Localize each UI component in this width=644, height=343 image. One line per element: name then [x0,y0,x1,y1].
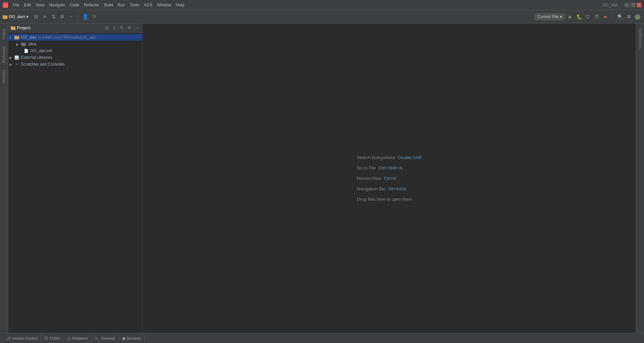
stop-button[interactable]: ■ [601,13,609,21]
hint-drop-label: Drop files here to open them [357,197,412,202]
tree-arrow-idea: ▶ [16,42,21,46]
window-title: OO_dart [602,3,618,7]
folder-icon [3,15,7,19]
show-modules-button[interactable]: ⇅ [50,13,57,21]
run-config-arrow: ▾ [560,14,562,19]
maximize-button[interactable]: ❐ [631,3,635,7]
left-strip: Project Bookmarks Structure [0,24,8,333]
tree-item-scratches[interactable]: ▶ ✏ Scratches and Consoles [8,61,142,68]
run-actions: ▶ 🐛 🛡 ⏱ ■ [566,13,609,21]
menu-code[interactable]: Code [68,2,81,8]
services-icon: ◉ [122,336,125,341]
hint-search-shortcut: Double Shift [398,155,422,160]
hint-goto-file: Go to File Ctrl+Shift+N [357,165,402,170]
panel-hide[interactable]: − [134,25,140,31]
menu-build[interactable]: Build [102,2,115,8]
debug-button[interactable]: 🐛 [575,13,583,21]
menu-window[interactable]: Window [155,2,174,8]
panel-show-members[interactable]: ≡ [111,25,117,31]
run-config-selector[interactable]: Current File ▾ [534,13,565,20]
folder-icon-idea [21,41,26,47]
toolbar-right-icons: 🔍 ⚙ ⬤ [616,13,641,21]
editor-area: Search Everywhere Double Shift Go to Fil… [143,24,636,333]
window-controls: — ❐ ✕ [624,3,641,7]
project-label-text: OO_dart [9,14,25,19]
bottom-tab-terminal[interactable]: >_ Terminal [91,335,118,342]
bottom-tab-todo[interactable]: ☑ TODO [41,335,64,342]
version-control-icon: ⎇ [6,336,11,341]
todo-icon: ☑ [44,336,48,341]
panel-sort[interactable]: ⇅ [119,25,125,31]
folder-icon-oo-dart [14,35,20,40]
hint-recent-shortcut: Ctrl+E [384,176,396,181]
close-button[interactable]: ✕ [637,3,641,7]
bottom-tab-problems[interactable]: ⚠ Problems [64,335,91,342]
user-profile-button[interactable]: 👤 [82,13,89,21]
panel-settings[interactable]: ⚙ [126,25,132,31]
menu-run[interactable]: Run [116,2,127,8]
tree-item-iml[interactable]: 📄 OO_dart.iml [8,47,142,54]
menu-help[interactable]: Help [174,2,186,8]
sidebar-item-notifications[interactable]: Notifications [638,26,643,51]
panel-title: Project [17,26,103,30]
version-control-label: Version Control [12,336,37,340]
profile-button[interactable]: ⏱ [593,13,601,21]
hint-nav-bar: Navigation Bar Alt+Início [357,186,406,191]
bottom-tab-version-control[interactable]: ⎇ Version Control [3,335,41,342]
menu-view[interactable]: View [34,2,46,8]
project-dropdown-arrow: ▾ [26,14,28,19]
project-dropdown[interactable]: OO_dart ▾ [3,14,28,19]
tree-item-external-libs[interactable]: ▶ 📊 External Libraries [8,54,142,61]
menu-refactor[interactable]: Refactor [82,2,101,8]
settings-button[interactable]: ⚙ [59,13,66,21]
sidebar-item-structure[interactable]: Structure [1,67,6,86]
menu-bar: File Edit View Navigate Code Refactor Bu… [11,2,596,8]
menu-navigate[interactable]: Navigate [47,2,67,8]
status-indicator[interactable]: ⬤ [634,13,641,21]
hint-drop-files: Drop files here to open them [357,197,412,202]
sidebar-item-project[interactable]: Project [1,26,6,42]
hint-recent-label: Recent Files [357,176,381,181]
menu-tools[interactable]: Tools [128,2,141,8]
run-config-label: Current File [537,14,559,19]
menu-vcs[interactable]: VCS [142,2,154,8]
hint-goto-shortcut: Ctrl+Shift+N [379,165,403,170]
hint-search-label: Search Everywhere [357,155,395,160]
search-everywhere-button[interactable]: 🔍 [616,13,624,21]
tree-item-idea[interactable]: ▶ .idea [8,41,142,47]
hint-recent-files: Recent Files Ctrl+E [357,176,396,181]
tree-arrow-oo-dart: ▾ [9,36,14,39]
libs-icon: 📊 [14,55,20,60]
welcome-hints: Search Everywhere Double Shift Go to Fil… [357,155,421,202]
show-members-button[interactable]: ≡ [41,13,48,21]
toolbar-separator-2 [613,13,613,20]
bottom-tab-services[interactable]: ◉ Services [119,335,145,342]
hide-panel-button[interactable]: − [67,13,75,21]
run-button[interactable]: ▶ [566,13,574,21]
main-layout: Project Bookmarks Structure Project ⊟ ≡ … [0,24,644,333]
iml-icon: 📄 [24,48,29,53]
collapse-all-button[interactable]: ⊟ [32,13,40,21]
hint-nav-label: Navigation Bar [357,186,385,191]
minimize-button[interactable]: — [624,3,629,7]
services-label: Services [127,336,141,340]
terminal-icon: >_ [95,336,100,341]
sync-button[interactable]: ⟳ [90,13,98,21]
tree-path-oo-dart: D:\DART-FLUTTER\softw\OO_dart [38,35,96,39]
menu-edit[interactable]: Edit [22,2,33,8]
tree-item-oo-dart[interactable]: ▾ OO_dart D:\DART-FLUTTER\softw\OO_dart [8,34,142,41]
project-panel-header: Project ⊟ ≡ ⇅ ⚙ − [8,24,142,33]
terminal-label: Terminal [101,336,115,340]
tree-name-scratches: Scratches and Consoles [21,62,65,67]
tree-name-idea: .idea [28,42,36,46]
run-with-coverage-button[interactable]: 🛡 [584,13,592,21]
panel-collapse-all[interactable]: ⊟ [104,25,110,31]
tree-arrow-scratches: ▶ [9,63,14,66]
panel-folder-icon [11,26,15,30]
sidebar-item-bookmarks[interactable]: Bookmarks [1,43,6,66]
hint-goto-label: Go to File [357,165,376,170]
settings-gear-button[interactable]: ⚙ [625,13,633,21]
todo-label: TODO [49,336,60,340]
menu-file[interactable]: File [11,2,21,8]
problems-icon: ⚠ [67,336,71,341]
